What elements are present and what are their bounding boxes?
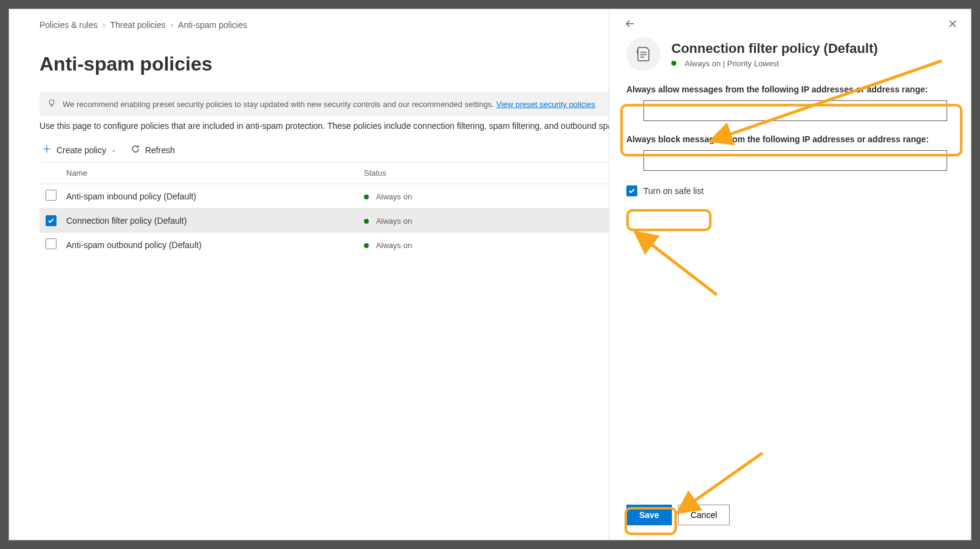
refresh-icon xyxy=(131,144,140,156)
status-text: Always on xyxy=(376,216,412,226)
policy-name: Connection filter policy (Default) xyxy=(66,216,364,226)
save-button[interactable]: Save xyxy=(626,505,672,525)
plus-icon xyxy=(42,144,52,156)
safelist-checkbox[interactable] xyxy=(626,185,637,196)
lightbulb-icon xyxy=(47,98,57,110)
panel-subtitle: Always on | Priority Lowest xyxy=(671,59,878,68)
panel-subtitle-text: Always on | Priority Lowest xyxy=(685,59,779,68)
refresh-label: Refresh xyxy=(145,145,175,155)
create-policy-label: Create policy xyxy=(57,145,106,155)
policy-name: Anti-spam outbound policy (Default) xyxy=(66,240,364,250)
breadcrumb-item[interactable]: Threat policies xyxy=(110,20,165,30)
info-link[interactable]: View preset security policies xyxy=(496,100,595,109)
chevron-down-icon: ⌄ xyxy=(111,147,116,153)
row-checkbox[interactable] xyxy=(46,238,57,249)
chevron-right-icon: › xyxy=(170,20,173,30)
close-button[interactable] xyxy=(944,15,961,32)
svg-point-0 xyxy=(49,100,54,105)
refresh-button[interactable]: Refresh xyxy=(131,144,175,156)
allow-ip-label: Always allow messages from the following… xyxy=(626,85,954,94)
status-indicator-icon xyxy=(364,243,369,248)
back-button[interactable] xyxy=(622,15,639,32)
panel-body: Always allow messages from the following… xyxy=(609,85,971,494)
status-text: Always on xyxy=(376,192,412,201)
status-indicator-icon xyxy=(364,219,369,224)
column-header-name[interactable]: Name xyxy=(66,168,364,178)
block-ip-group: Always block messages from the following… xyxy=(626,134,954,171)
status-indicator-icon xyxy=(671,61,676,66)
allow-ip-input[interactable] xyxy=(643,100,947,121)
details-panel: Connection filter policy (Default) Alway… xyxy=(609,9,971,540)
block-ip-label: Always block messages from the following… xyxy=(626,134,954,144)
breadcrumb-item[interactable]: Anti-spam policies xyxy=(178,20,247,30)
row-checkbox[interactable] xyxy=(46,190,57,201)
breadcrumb-item[interactable]: Policies & rules xyxy=(39,20,98,30)
block-ip-input[interactable] xyxy=(643,150,947,171)
row-checkbox[interactable] xyxy=(46,215,57,226)
info-text: We recommend enabling preset security po… xyxy=(63,100,496,109)
policy-name: Anti-spam inbound policy (Default) xyxy=(66,192,364,201)
panel-footer: Save Cancel xyxy=(609,494,971,540)
safelist-group: Turn on safe list xyxy=(626,184,954,198)
create-policy-button[interactable]: Create policy ⌄ xyxy=(42,144,116,156)
cancel-button[interactable]: Cancel xyxy=(678,505,730,525)
policy-icon xyxy=(626,37,660,71)
status-text: Always on xyxy=(376,241,412,250)
safelist-label: Turn on safe list xyxy=(643,186,704,196)
panel-title: Connection filter policy (Default) xyxy=(671,41,878,57)
panel-topbar xyxy=(609,9,971,32)
app-window: Policies & rules › Threat policies › Ant… xyxy=(9,9,971,540)
panel-header: Connection filter policy (Default) Alway… xyxy=(609,32,971,85)
chevron-right-icon: › xyxy=(103,20,106,30)
status-indicator-icon xyxy=(364,195,369,199)
allow-ip-group: Always allow messages from the following… xyxy=(626,85,954,121)
